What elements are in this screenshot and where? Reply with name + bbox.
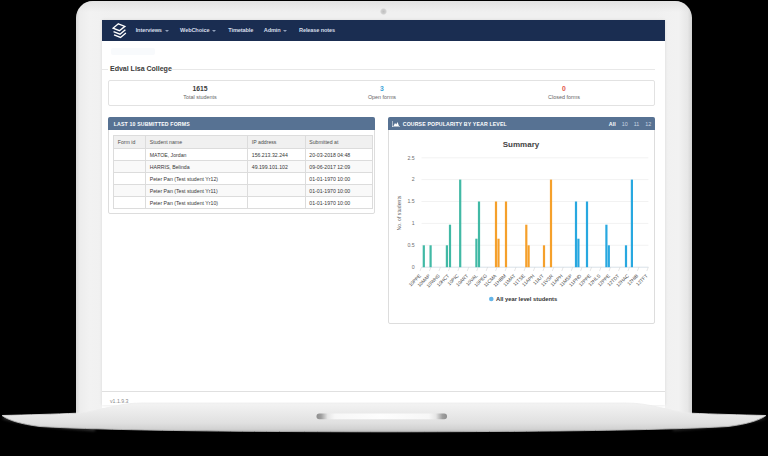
svg-text:2.5: 2.5 [407,155,414,161]
svg-text:0: 0 [412,264,415,270]
svg-text:0.5: 0.5 [407,242,414,248]
svg-text:All year level students: All year level students [496,296,557,302]
svg-text:2: 2 [412,176,415,182]
svg-text:No. of students: No. of students [396,195,402,230]
svg-text:1: 1 [412,220,415,226]
svg-text:Summary: Summary [503,140,540,149]
svg-text:1.5: 1.5 [407,198,414,204]
